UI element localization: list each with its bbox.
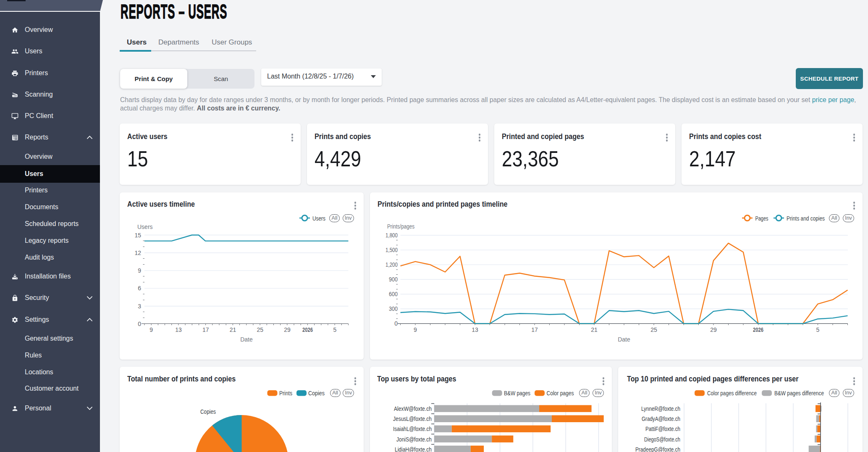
svg-text:Date: Date bbox=[618, 336, 630, 343]
svg-text:1,500: 1,500 bbox=[385, 247, 398, 253]
svg-text:Prints: Prints bbox=[279, 390, 292, 397]
svg-text:9: 9 bbox=[149, 326, 153, 333]
svg-text:1,800: 1,800 bbox=[385, 232, 398, 239]
svg-text:25: 25 bbox=[650, 326, 657, 333]
svg-text:1,200: 1,200 bbox=[385, 261, 398, 268]
svg-text:PradeepG@foxte.ch: PradeepG@foxte.ch bbox=[635, 446, 680, 452]
svg-text:5: 5 bbox=[816, 326, 820, 333]
svg-text:300: 300 bbox=[389, 305, 398, 312]
svg-text:13: 13 bbox=[175, 326, 182, 333]
svg-text:21: 21 bbox=[230, 326, 236, 333]
svg-text:25: 25 bbox=[257, 326, 263, 333]
svg-text:JoniS@foxte.ch: JoniS@foxte.ch bbox=[396, 436, 432, 443]
svg-text:LidiaH@foxte.ch: LidiaH@foxte.ch bbox=[395, 446, 432, 452]
svg-text:Date: Date bbox=[240, 336, 253, 343]
svg-text:Copies: Copies bbox=[200, 408, 216, 415]
svg-text:JesusL@foxte.ch: JesusL@foxte.ch bbox=[393, 415, 432, 422]
svg-text:29: 29 bbox=[284, 326, 291, 333]
svg-text:Color pages difference: Color pages difference bbox=[707, 390, 757, 397]
svg-text:3: 3 bbox=[138, 303, 141, 310]
svg-text:900: 900 bbox=[389, 276, 398, 283]
svg-text:GradyA@foxte.ch: GradyA@foxte.ch bbox=[642, 415, 680, 422]
svg-text:600: 600 bbox=[389, 291, 398, 297]
svg-text:Users: Users bbox=[137, 223, 153, 230]
svg-text:2026: 2026 bbox=[302, 326, 313, 333]
svg-text:13: 13 bbox=[472, 326, 478, 333]
svg-text:12: 12 bbox=[134, 250, 141, 256]
svg-text:0: 0 bbox=[394, 320, 398, 327]
svg-text:29: 29 bbox=[710, 326, 717, 333]
svg-text:Pages: Pages bbox=[755, 215, 768, 222]
svg-text:5: 5 bbox=[333, 326, 336, 333]
svg-text:Prints/pages: Prints/pages bbox=[387, 223, 414, 230]
svg-text:Users: Users bbox=[312, 215, 325, 222]
svg-text:Copies: Copies bbox=[308, 390, 325, 397]
svg-text:17: 17 bbox=[531, 326, 538, 333]
svg-text:15: 15 bbox=[134, 232, 141, 239]
svg-text:9: 9 bbox=[138, 267, 141, 274]
svg-text:B&W pages difference: B&W pages difference bbox=[774, 390, 824, 397]
svg-text:9: 9 bbox=[414, 326, 417, 333]
svg-text:17: 17 bbox=[202, 326, 209, 333]
svg-text:0: 0 bbox=[138, 321, 141, 327]
svg-text:B&W pages: B&W pages bbox=[504, 390, 530, 397]
svg-text:LynneR@foxte.ch: LynneR@foxte.ch bbox=[641, 405, 680, 412]
svg-text:6: 6 bbox=[138, 285, 141, 292]
svg-text:AlexW@foxte.ch: AlexW@foxte.ch bbox=[394, 405, 432, 412]
svg-text:21: 21 bbox=[591, 326, 598, 333]
svg-text:IsaiahL@foxte.ch: IsaiahL@foxte.ch bbox=[393, 426, 432, 432]
svg-text:2026: 2026 bbox=[753, 326, 763, 333]
svg-text:DiegoS@foxte.ch: DiegoS@foxte.ch bbox=[644, 436, 680, 443]
svg-text:Color pages: Color pages bbox=[547, 390, 574, 397]
svg-text:PattiF@foxte.ch: PattiF@foxte.ch bbox=[645, 426, 680, 432]
svg-text:Prints and copies: Prints and copies bbox=[787, 215, 825, 222]
